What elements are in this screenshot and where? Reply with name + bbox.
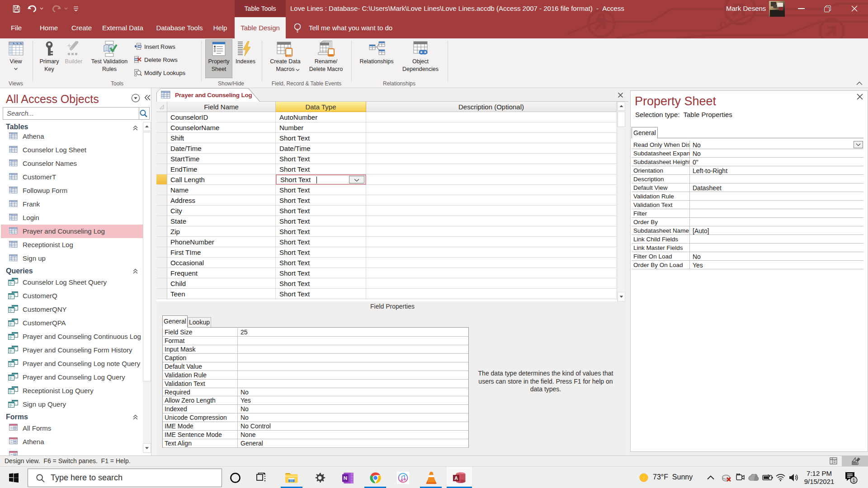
svg-text:N: N	[344, 475, 347, 481]
svg-text:A: A	[454, 475, 458, 481]
svg-text:1: 1	[852, 478, 855, 483]
